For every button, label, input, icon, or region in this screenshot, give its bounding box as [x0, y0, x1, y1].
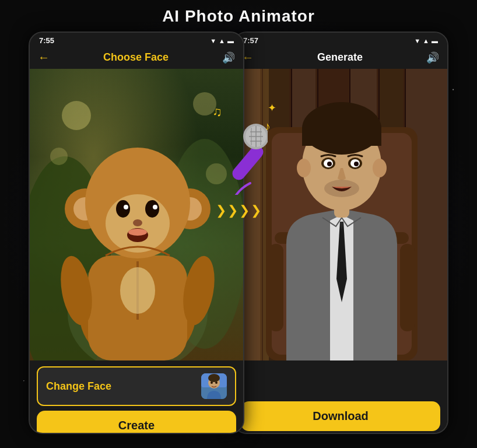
phone-left: 7:55 ▼ ▲ ▬ ← Choose Face 🔊	[29, 32, 244, 434]
svg-point-18	[153, 205, 157, 209]
man-suit-image	[234, 69, 447, 360]
photo-area-left	[30, 69, 243, 360]
phone-bottom-left: Change Face	[30, 360, 243, 434]
svg-point-75	[324, 180, 359, 197]
face-thumbnail	[201, 373, 227, 399]
change-face-button[interactable]: Change Face	[37, 366, 236, 406]
svg-point-4	[50, 148, 68, 165]
nav-bar-left: ← Choose Face 🔊	[30, 47, 243, 69]
svg-point-21	[128, 229, 147, 236]
create-button[interactable]: Create	[37, 411, 236, 434]
download-button[interactable]: Download	[241, 401, 440, 431]
back-button-left[interactable]: ←	[38, 51, 50, 64]
svg-point-68	[373, 159, 387, 177]
status-bar-right: 7:57 ▼ ▲ ▬	[234, 33, 447, 47]
svg-point-74	[354, 162, 359, 166]
svg-point-67	[297, 159, 311, 177]
nav-title-left: Choose Face	[103, 51, 169, 64]
face-thumb-svg	[201, 373, 227, 399]
svg-point-5	[193, 92, 216, 116]
svg-point-16	[145, 200, 159, 218]
svg-point-19	[133, 219, 142, 226]
phone-bottom-right: Download	[234, 360, 447, 434]
signal-icon-right: ▼	[414, 37, 420, 44]
svg-point-15	[116, 200, 130, 218]
battery-icon-right: ▬	[432, 37, 438, 44]
photo-area-right	[234, 69, 447, 360]
spacer	[241, 366, 440, 401]
svg-point-29	[208, 374, 220, 382]
svg-point-6	[206, 163, 227, 184]
phones-container: 7:55 ▼ ▲ ▬ ← Choose Face 🔊	[0, 32, 477, 434]
nav-title-right: Generate	[317, 51, 363, 64]
svg-rect-62	[269, 244, 283, 331]
status-bar-left: 7:55 ▼ ▲ ▬	[30, 33, 243, 47]
phone-right: 7:57 ▼ ▲ ▬ ← Generate 🔊	[233, 32, 448, 434]
page-title: AI Photo Animator	[0, 0, 477, 32]
sound-button-right[interactable]: 🔊	[426, 51, 439, 64]
svg-rect-66	[302, 128, 381, 146]
svg-point-17	[124, 205, 128, 209]
nav-bar-right: ← Generate 🔊	[234, 47, 447, 69]
svg-point-25	[120, 267, 155, 314]
status-icons-right: ▼ ▲ ▬	[414, 37, 438, 44]
wifi-icon-left: ▲	[219, 37, 225, 44]
time-right: 7:57	[243, 36, 258, 45]
svg-point-73	[327, 162, 332, 166]
sound-button-left[interactable]: 🔊	[222, 51, 235, 64]
svg-rect-60	[400, 244, 415, 331]
svg-point-31	[215, 382, 218, 384]
status-icons-left: ▼ ▲ ▬	[210, 37, 234, 44]
change-face-label: Change Face	[46, 380, 111, 393]
time-left: 7:55	[39, 36, 54, 45]
battery-icon-left: ▬	[227, 37, 234, 44]
signal-icon-left: ▼	[210, 37, 216, 44]
svg-point-3	[62, 101, 91, 130]
child-monkey-image	[30, 69, 243, 360]
svg-point-30	[211, 382, 213, 384]
wifi-icon-right: ▲	[423, 37, 429, 44]
